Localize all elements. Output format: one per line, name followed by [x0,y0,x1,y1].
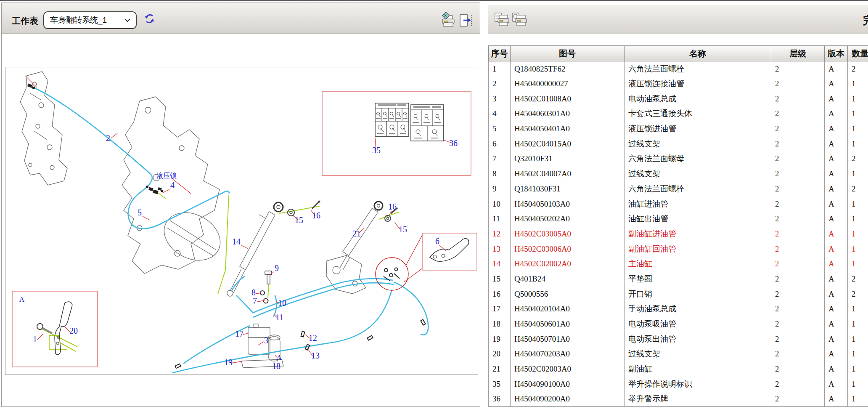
cell-qty: 1 [848,76,868,91]
parts-table-row[interactable]: 8H4502C04007A0过线支架2A1 [489,166,868,181]
column-header-3: 层级 [771,46,825,61]
parts-table-row[interactable]: 21H4502C02003A0副油缸2A1 [489,361,868,377]
diagram-callout-2: 2 [106,133,110,143]
parts-table-row[interactable]: 2H450400000027液压锁连接油管2A1 [489,76,868,91]
cell-qty: 1 [848,347,868,362]
cell-qty: 1 [848,302,868,317]
parts-table-row[interactable]: 20H4504070203A0过线支架2A1 [489,347,868,362]
chevron-down-icon [124,16,131,24]
cell-name: 主油缸 [625,256,771,271]
parts-table-row[interactable]: 35H4504090100A0举升操作说明标识2A1 [489,377,868,392]
column-header-5: 数量 [848,46,868,61]
parts-table-row[interactable]: 18H4504050601A0电动泵吸油管2A1 [489,316,868,332]
diagram-callout-8: 8 [251,288,256,297]
parts-table-row[interactable]: 16Q5000556开口销2A2 [489,287,868,302]
diagram-panel: 工作表 车身翻转系统_1 [1,3,480,407]
column-header-0: 序号 [489,46,511,61]
parts-table-row[interactable]: 4H4504060301A0卡套式三通接头体2A1 [489,106,868,122]
cell-level: 2 [771,166,825,181]
cell-level: 2 [771,347,825,362]
parts-table-row[interactable]: 17H4504020104A0手动油泵总成2A1 [489,302,868,317]
cell-name: 过线支架 [625,136,771,151]
cell-qty: 1 [848,316,868,332]
cell-qty: 1 [848,226,868,242]
cell-revision: A [825,226,848,242]
cell-qty: 1 [848,392,868,407]
cell-revision: A [825,377,848,392]
diagram-callout-13: 13 [311,351,320,360]
cell-qty: 1 [848,211,868,226]
parts-table-row[interactable]: 10H4504050103A0油缸进油管2A1 [489,197,868,212]
warning-labels [375,103,444,141]
cell-name: 开口销 [625,287,771,302]
cell-revision: A [825,121,848,136]
refresh-icon[interactable] [144,13,155,26]
cell-name: 副油缸进油管 [625,226,771,242]
cell-name: 平垫圈 [625,271,771,287]
cell-level: 2 [771,256,825,271]
cell-revision: A [825,166,848,181]
print-preview-icon[interactable] [511,12,529,29]
worksheet-select[interactable]: 车身翻转系统_1 [43,11,137,29]
cell-name: 电动泵出油管 [625,332,771,347]
cell-revision: A [825,76,848,91]
cell-qty: 1 [848,106,868,122]
cell-qty: 2 [848,271,868,287]
table-header-row: 序号图号名称层级版本数量 [489,46,868,61]
diagram-callout-10: 10 [278,298,286,308]
hydraulic-tubes [34,88,428,373]
machinery-line-art [20,72,383,368]
cell-name: 过线支架 [625,347,771,362]
parts-table-row[interactable]: 1Q1840825TF62六角法兰面螺栓2A2 [489,61,868,77]
cell-part-number: H4504020104A0 [511,302,625,317]
cell-no: 20 [489,347,511,362]
parts-table-row[interactable]: 9Q1841030F31六角法兰面螺栓2A2 [489,181,868,197]
cell-name: 六角法兰面螺母 [625,151,771,167]
cell-qty: 1 [848,361,868,377]
column-header-1: 图号 [511,46,625,61]
cell-level: 2 [771,197,825,212]
cell-no: 10 [489,197,511,212]
diagram-callout-12: 12 [309,333,317,343]
parts-table-container[interactable]: 序号图号名称层级版本数量 1Q1840825TF62六角法兰面螺栓2A22H45… [488,45,868,409]
cell-part-number: Q1840825TF62 [511,61,625,77]
parts-table-row[interactable]: 14H4502C02002A0主油缸2A1 [489,256,868,271]
parts-table-row[interactable]: 11H4504050202A0油缸出油管2A1 [489,211,868,226]
cell-part-number: H4502C04007A0 [511,166,625,181]
cell-part-number: Q401B24 [511,271,625,287]
cell-part-number: H4502C02002A0 [511,256,625,271]
cell-level: 2 [771,332,825,347]
parts-table-row[interactable]: 15Q401B24平垫圈2A2 [489,271,868,287]
cell-level: 2 [771,181,825,197]
cell-part-number: Q32010F31 [511,151,625,167]
parts-table-row[interactable]: 13H4502C03006A0副油缸回油管2A1 [489,242,868,257]
diagram-callout-20: 20 [69,326,78,335]
parts-table-row[interactable]: 6H4502C04015A0过线支架2A1 [489,136,868,151]
cell-qty: 1 [848,166,868,181]
cell-no: 17 [489,302,511,317]
diagram-callout-A: A [19,295,25,303]
parts-table-row[interactable]: 3H4502C01008A0电动油泵总成2A1 [489,91,868,106]
cell-revision: A [825,271,848,287]
cell-name: 液压锁进油管 [625,121,771,136]
parts-table-row[interactable]: 12H4502C03005A0副油缸进油管2A1 [489,226,868,242]
diagram-callout-9: 9 [275,263,279,273]
parts-table-row[interactable]: 5H4504050401A0液压锁进油管2A1 [489,121,868,136]
cell-revision: A [825,347,848,362]
diagram-callout-16: 16 [388,202,397,211]
parts-table-row[interactable]: 36H4504090200A0举升警示牌2A1 [489,392,868,407]
diagram-callout-14: 14 [232,237,241,246]
cell-name: 电动泵吸油管 [625,316,771,332]
parts-table-row[interactable]: 19H4504050701A0电动泵出油管2A1 [489,332,868,347]
cell-no: 18 [489,316,511,332]
print-icon[interactable] [440,12,457,30]
export-page-icon[interactable] [458,14,474,29]
cell-no: 1 [489,61,511,77]
cell-revision: A [825,211,848,226]
cell-qty: 2 [848,181,868,197]
cell-name: 过线支架 [625,166,771,181]
parts-table-row[interactable]: 7Q32010F31六角法兰面螺母2A2 [489,151,868,167]
column-header-2: 名称 [625,46,771,61]
print-table-icon[interactable] [494,12,511,29]
exploded-view-diagram[interactable]: 2液压锁451415161615216987101112131731918AA1… [5,67,478,375]
